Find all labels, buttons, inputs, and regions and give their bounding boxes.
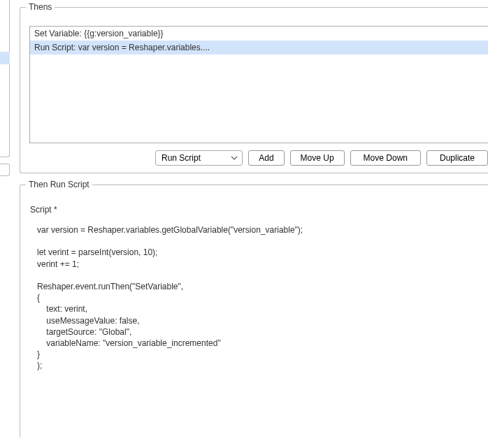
then-detail-fieldset: Then Run Script Script * var version = R…	[20, 185, 488, 438]
action-select[interactable]: Run Script	[155, 150, 243, 166]
action-select-wrap: Run Script	[155, 150, 243, 166]
thens-fieldset: Thens Set Variable: {{g:version_variable…	[20, 7, 488, 173]
thens-list-item[interactable]: Run Script: var version = Reshaper.varia…	[30, 41, 488, 55]
script-field-label: Script *	[20, 203, 488, 220]
left-panel-fragment-top	[0, 0, 10, 157]
add-button[interactable]: Add	[248, 150, 284, 166]
left-panel-fragment-mid	[0, 164, 10, 176]
thens-list[interactable]: Set Variable: {{g:version_variable}}Run …	[29, 26, 488, 143]
thens-list-item[interactable]: Set Variable: {{g:version_variable}}	[30, 27, 488, 41]
move-up-button[interactable]: Move Up	[290, 150, 345, 166]
thens-controls-row: Run Script Add Move Up Move Down Duplica…	[20, 143, 488, 173]
script-textarea[interactable]: var version = Reshaper.variables.getGlob…	[30, 220, 488, 375]
then-detail-legend: Then Run Script	[26, 180, 92, 189]
main-area: Thens Set Variable: {{g:version_variable…	[20, 0, 488, 448]
left-rail	[0, 0, 11, 448]
left-selection-highlight	[0, 52, 10, 64]
move-down-button[interactable]: Move Down	[350, 150, 421, 166]
thens-legend: Thens	[26, 2, 55, 12]
duplicate-button[interactable]: Duplicate	[426, 150, 488, 166]
